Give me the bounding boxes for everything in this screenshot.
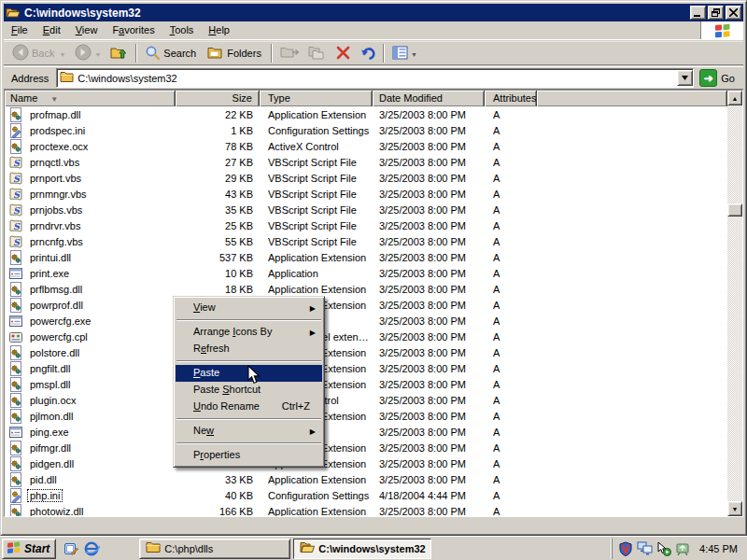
menu-file[interactable]: File (4, 21, 35, 39)
file-row[interactable]: polstore.dll Application Extension 3/25/… (5, 344, 727, 360)
column-header-date[interactable]: Date Modified (373, 91, 485, 106)
context-menu-item-undo-rename[interactable]: Undo RenameCtrl+Z (176, 399, 322, 415)
move-to-button[interactable] (275, 43, 303, 64)
internet-explorer-icon[interactable] (84, 541, 100, 556)
menu-help[interactable]: Help (201, 21, 237, 39)
submenu-arrow-icon: ▶ (310, 424, 316, 440)
context-menu-item-properties[interactable]: Properties (176, 447, 322, 464)
antivirus-shield-icon[interactable] (618, 541, 633, 556)
file-row[interactable]: powercfg.exe Application 3/25/2003 8:00 … (5, 313, 727, 329)
file-row[interactable]: plugin.ocx ActiveX Control 3/25/2003 8:0… (5, 392, 727, 408)
forward-button[interactable]: ▼ (70, 43, 106, 64)
file-date-modified: 3/25/2003 8:00 PM (373, 204, 485, 216)
file-date-modified: 3/25/2003 8:00 PM (373, 427, 485, 438)
file-row[interactable]: printui.dll 537 KB Application Extension… (5, 249, 727, 265)
views-dropdown-icon[interactable]: ▼ (411, 49, 417, 58)
file-date-modified: 3/25/2003 8:00 PM (373, 252, 485, 263)
column-header-attributes[interactable]: Attributes (485, 91, 537, 106)
file-date-modified: 3/25/2003 8:00 PM (373, 442, 485, 454)
context-menu-item-view[interactable]: View▶ (176, 300, 322, 316)
context-menu-item-arrange-icons-by[interactable]: Arrange Icons By▶ (176, 324, 322, 341)
task-button-active[interactable]: C:\windows\system32 (293, 539, 431, 559)
forward-dropdown-icon[interactable]: ▼ (94, 49, 101, 58)
file-row[interactable]: pifmgr.dll Application Extension 3/25/20… (5, 440, 727, 455)
file-attributes: A (485, 411, 537, 422)
column-header-size[interactable]: Size (176, 91, 260, 106)
show-desktop-icon[interactable] (63, 541, 78, 556)
search-button[interactable]: Search (140, 43, 203, 64)
file-row[interactable]: Sprnport.vbs 29 KB VBScript Script File … (5, 170, 727, 186)
file-row[interactable]: proctexe.ocx 78 KB ActiveX Control 3/25/… (5, 138, 727, 154)
file-row[interactable]: Sprnjobs.vbs 35 KB VBScript Script File … (5, 202, 727, 217)
file-row[interactable]: ping.exe Application 3/25/2003 8:00 PM A (5, 424, 727, 440)
menu-favorites[interactable]: Favorites (105, 21, 162, 39)
file-row[interactable]: Sprndrvr.vbs 25 KB VBScript Script File … (5, 217, 727, 233)
update-package-icon[interactable] (675, 541, 690, 555)
column-header-type[interactable]: Type (260, 91, 373, 106)
menu-edit[interactable]: Edit (35, 21, 68, 39)
delete-icon (336, 46, 350, 62)
scrollbar-thumb[interactable] (727, 203, 742, 217)
file-icon-dll (8, 107, 23, 122)
context-menu-item-new[interactable]: New▶ (176, 423, 322, 440)
file-row[interactable]: Sprncnfg.vbs 55 KB VBScript Script File … (5, 233, 727, 249)
file-row[interactable]: profmap.dll 22 KB Application Extension … (5, 106, 727, 122)
scroll-down-icon[interactable]: ▼ (727, 501, 742, 516)
file-attributes: A (485, 109, 537, 120)
restore-button[interactable] (708, 6, 724, 20)
file-row[interactable]: pidgen.dll 41 KB Application Extension 3… (5, 455, 727, 471)
up-button[interactable] (106, 43, 133, 64)
undo-button[interactable] (355, 43, 380, 64)
context-menu-item-refresh[interactable]: Refresh (176, 341, 322, 357)
views-button[interactable]: ▼ (388, 43, 422, 64)
column-header-name[interactable]: Name▼ (5, 91, 176, 106)
file-row[interactable]: powrprof.dll Application Extension 3/25/… (5, 297, 727, 313)
file-icon-vbs: S (8, 171, 23, 186)
delete-button[interactable] (331, 43, 355, 64)
file-row[interactable]: powercfg.cpl Control Panel extension 3/2… (5, 329, 727, 344)
file-date-modified: 3/25/2003 8:00 PM (373, 141, 485, 152)
file-row[interactable]: pid.dll 33 KB Application Extension 3/25… (5, 471, 727, 487)
minimize-button[interactable] (690, 6, 706, 20)
menu-view[interactable]: View (68, 21, 106, 39)
system-tray: 4:45 PM (612, 539, 745, 559)
file-row[interactable]: Sprnmngr.vbs 43 KB VBScript Script File … (5, 186, 727, 202)
go-button[interactable]: ➜ Go (698, 68, 740, 89)
file-row[interactable]: Sprnqctl.vbs 27 KB VBScript Script File … (5, 154, 727, 170)
file-row[interactable]: php.ini 40 KB Configuration Settings 4/1… (5, 487, 727, 503)
submenu-arrow-icon: ▶ (310, 301, 316, 316)
file-row[interactable]: photowiz.dll 166 KB Application Extensio… (5, 503, 727, 516)
title-bar[interactable]: C:\windows\system32 (4, 4, 743, 21)
file-date-modified: 3/25/2003 8:00 PM (373, 268, 485, 279)
file-name: php.ini (27, 489, 63, 502)
back-button[interactable]: Back ▼ (7, 43, 70, 64)
file-name: prncnfg.vbs (27, 235, 86, 248)
scroll-up-icon[interactable]: ▲ (727, 91, 742, 105)
file-attributes: A (485, 300, 537, 311)
quick-launch (56, 541, 107, 556)
file-row[interactable]: prodspec.ini 1 KB Configuration Settings… (5, 122, 727, 138)
address-input[interactable]: C:\windows\system32 (56, 68, 694, 88)
task-button-inactive[interactable]: C:\php\dlls (139, 539, 290, 559)
copy-to-button[interactable] (303, 43, 331, 64)
views-icon (392, 46, 408, 62)
file-row[interactable]: pngfilt.dll Application Extension 3/25/2… (5, 360, 727, 376)
taskbar-clock[interactable]: 4:45 PM (699, 543, 738, 554)
file-row[interactable]: print.exe 10 KB Application 3/25/2003 8:… (5, 265, 727, 281)
file-row[interactable]: prflbmsg.dll 18 KB Application Extension… (5, 281, 727, 297)
address-dropdown-icon[interactable] (677, 70, 693, 86)
vertical-scrollbar[interactable]: ▲ ▼ (727, 91, 742, 516)
file-attributes: A (485, 474, 537, 485)
pointer-play-icon[interactable] (656, 541, 671, 556)
file-row[interactable]: pmspl.dll Application Extension 3/25/200… (5, 376, 727, 392)
file-name: pifmgr.dll (27, 441, 74, 455)
network-icon[interactable] (637, 541, 653, 555)
close-button[interactable] (726, 6, 741, 20)
menu-bar: FileEditViewFavoritesToolsHelp (4, 21, 743, 40)
back-dropdown-icon[interactable]: ▼ (59, 49, 65, 58)
file-row[interactable]: pjlmon.dll Application Extension 3/25/20… (5, 408, 727, 424)
file-size: 1 KB (176, 125, 260, 136)
menu-tools[interactable]: Tools (162, 21, 202, 39)
start-button[interactable]: Start (2, 539, 56, 559)
folders-button[interactable]: Folders (203, 43, 268, 64)
